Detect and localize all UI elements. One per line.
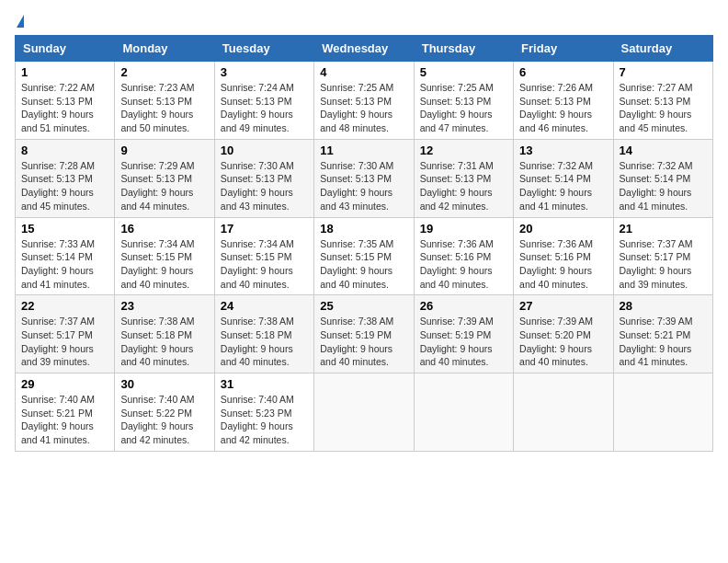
day-detail: Sunrise: 7:40 AMSunset: 5:22 PMDaylight:…: [120, 393, 208, 447]
calendar-week-row: 1Sunrise: 7:22 AMSunset: 5:13 PMDaylight…: [16, 62, 713, 140]
calendar-cell: [514, 373, 613, 452]
day-detail: Sunrise: 7:22 AMSunset: 5:13 PMDaylight:…: [21, 81, 108, 135]
calendar-cell: 3Sunrise: 7:24 AMSunset: 5:13 PMDaylight…: [214, 62, 313, 140]
day-detail: Sunrise: 7:38 AMSunset: 5:19 PMDaylight:…: [320, 315, 407, 369]
calendar-cell: 28Sunrise: 7:39 AMSunset: 5:21 PMDayligh…: [613, 295, 712, 373]
day-detail: Sunrise: 7:30 AMSunset: 5:13 PMDaylight:…: [320, 159, 407, 213]
day-detail: Sunrise: 7:23 AMSunset: 5:13 PMDaylight:…: [120, 81, 208, 135]
day-detail: Sunrise: 7:30 AMSunset: 5:13 PMDaylight:…: [221, 159, 308, 213]
day-number: 31: [221, 377, 308, 391]
header-friday: Friday: [514, 36, 613, 62]
calendar-week-row: 8Sunrise: 7:28 AMSunset: 5:13 PMDaylight…: [16, 139, 713, 217]
calendar-week-row: 29Sunrise: 7:40 AMSunset: 5:21 PMDayligh…: [16, 373, 713, 452]
calendar-cell: [314, 373, 414, 452]
day-number: 29: [21, 377, 108, 391]
calendar-cell: 25Sunrise: 7:38 AMSunset: 5:19 PMDayligh…: [314, 295, 414, 373]
day-number: 16: [120, 222, 208, 236]
day-detail: Sunrise: 7:38 AMSunset: 5:18 PMDaylight:…: [221, 315, 308, 369]
calendar-cell: 4Sunrise: 7:25 AMSunset: 5:13 PMDaylight…: [314, 62, 414, 140]
calendar-week-row: 22Sunrise: 7:37 AMSunset: 5:17 PMDayligh…: [16, 295, 713, 373]
day-number: 3: [221, 65, 308, 79]
day-number: 17: [221, 222, 308, 236]
calendar-cell: 27Sunrise: 7:39 AMSunset: 5:20 PMDayligh…: [514, 295, 613, 373]
day-detail: Sunrise: 7:34 AMSunset: 5:15 PMDaylight:…: [120, 237, 208, 292]
header-wednesday: Wednesday: [314, 36, 414, 62]
day-number: 27: [519, 299, 607, 313]
calendar-cell: 30Sunrise: 7:40 AMSunset: 5:22 PMDayligh…: [115, 373, 214, 452]
calendar-cell: 23Sunrise: 7:38 AMSunset: 5:18 PMDayligh…: [115, 295, 214, 373]
day-detail: Sunrise: 7:26 AMSunset: 5:13 PMDaylight:…: [519, 81, 607, 135]
calendar-cell: 9Sunrise: 7:29 AMSunset: 5:13 PMDaylight…: [115, 139, 214, 217]
logo-icon: [17, 15, 24, 28]
day-number: 10: [221, 144, 308, 157]
day-number: 23: [120, 299, 208, 313]
calendar-cell: 31Sunrise: 7:40 AMSunset: 5:23 PMDayligh…: [214, 373, 313, 452]
day-detail: Sunrise: 7:28 AMSunset: 5:13 PMDaylight:…: [21, 159, 108, 213]
day-detail: Sunrise: 7:29 AMSunset: 5:13 PMDaylight:…: [120, 159, 208, 213]
calendar-cell: 22Sunrise: 7:37 AMSunset: 5:17 PMDayligh…: [16, 295, 115, 373]
calendar-cell: 14Sunrise: 7:32 AMSunset: 5:14 PMDayligh…: [613, 139, 712, 217]
logo: [15, 15, 24, 28]
day-detail: Sunrise: 7:31 AMSunset: 5:13 PMDaylight:…: [420, 159, 507, 213]
header-thursday: Thursday: [414, 36, 513, 62]
calendar-cell: 8Sunrise: 7:28 AMSunset: 5:13 PMDaylight…: [16, 139, 115, 217]
calendar-cell: 21Sunrise: 7:37 AMSunset: 5:17 PMDayligh…: [613, 217, 712, 295]
day-number: 26: [420, 299, 507, 313]
day-number: 5: [420, 65, 507, 79]
header-sunday: Sunday: [16, 36, 115, 62]
calendar-cell: 29Sunrise: 7:40 AMSunset: 5:21 PMDayligh…: [16, 373, 115, 452]
calendar-cell: 6Sunrise: 7:26 AMSunset: 5:13 PMDaylight…: [514, 62, 613, 140]
day-number: 25: [320, 299, 407, 313]
calendar-cell: 1Sunrise: 7:22 AMSunset: 5:13 PMDaylight…: [16, 62, 115, 140]
calendar-table: SundayMondayTuesdayWednesdayThursdayFrid…: [15, 35, 713, 452]
day-detail: Sunrise: 7:35 AMSunset: 5:15 PMDaylight:…: [320, 237, 407, 292]
day-detail: Sunrise: 7:37 AMSunset: 5:17 PMDaylight:…: [620, 237, 707, 292]
day-detail: Sunrise: 7:32 AMSunset: 5:14 PMDaylight:…: [620, 159, 707, 213]
day-detail: Sunrise: 7:25 AMSunset: 5:13 PMDaylight:…: [320, 81, 407, 135]
day-number: 13: [519, 144, 607, 157]
day-number: 19: [420, 222, 507, 236]
day-number: 15: [21, 222, 108, 236]
day-number: 28: [620, 299, 707, 313]
calendar-cell: 26Sunrise: 7:39 AMSunset: 5:19 PMDayligh…: [414, 295, 513, 373]
day-detail: Sunrise: 7:37 AMSunset: 5:17 PMDaylight:…: [21, 315, 108, 369]
calendar-cell: 13Sunrise: 7:32 AMSunset: 5:14 PMDayligh…: [514, 139, 613, 217]
day-number: 8: [21, 144, 108, 157]
header-monday: Monday: [115, 36, 214, 62]
day-detail: Sunrise: 7:39 AMSunset: 5:21 PMDaylight:…: [620, 315, 707, 369]
day-number: 22: [21, 299, 108, 313]
day-number: 14: [620, 144, 707, 157]
day-number: 30: [120, 377, 208, 391]
day-number: 7: [620, 65, 707, 79]
calendar-cell: 18Sunrise: 7:35 AMSunset: 5:15 PMDayligh…: [314, 217, 414, 295]
day-number: 6: [519, 65, 607, 79]
calendar-cell: [414, 373, 513, 452]
calendar-cell: 24Sunrise: 7:38 AMSunset: 5:18 PMDayligh…: [214, 295, 313, 373]
day-number: 9: [120, 144, 208, 157]
calendar-cell: 11Sunrise: 7:30 AMSunset: 5:13 PMDayligh…: [314, 139, 414, 217]
page-header: [15, 15, 713, 28]
day-detail: Sunrise: 7:38 AMSunset: 5:18 PMDaylight:…: [120, 315, 208, 369]
day-number: 18: [320, 222, 407, 236]
calendar-header-row: SundayMondayTuesdayWednesdayThursdayFrid…: [16, 36, 713, 62]
day-number: 11: [320, 144, 407, 157]
day-detail: Sunrise: 7:27 AMSunset: 5:13 PMDaylight:…: [620, 81, 707, 135]
day-detail: Sunrise: 7:36 AMSunset: 5:16 PMDaylight:…: [420, 237, 507, 292]
calendar-cell: 15Sunrise: 7:33 AMSunset: 5:14 PMDayligh…: [16, 217, 115, 295]
day-detail: Sunrise: 7:36 AMSunset: 5:16 PMDaylight:…: [519, 237, 607, 292]
day-detail: Sunrise: 7:40 AMSunset: 5:23 PMDaylight:…: [221, 393, 308, 447]
day-number: 1: [21, 65, 108, 79]
day-number: 2: [120, 65, 208, 79]
calendar-cell: 17Sunrise: 7:34 AMSunset: 5:15 PMDayligh…: [214, 217, 313, 295]
day-number: 4: [320, 65, 407, 79]
calendar-cell: 5Sunrise: 7:25 AMSunset: 5:13 PMDaylight…: [414, 62, 513, 140]
day-detail: Sunrise: 7:34 AMSunset: 5:15 PMDaylight:…: [221, 237, 308, 292]
calendar-cell: 16Sunrise: 7:34 AMSunset: 5:15 PMDayligh…: [115, 217, 214, 295]
day-number: 20: [519, 222, 607, 236]
header-tuesday: Tuesday: [214, 36, 313, 62]
day-detail: Sunrise: 7:33 AMSunset: 5:14 PMDaylight:…: [21, 237, 108, 292]
day-detail: Sunrise: 7:25 AMSunset: 5:13 PMDaylight:…: [420, 81, 507, 135]
day-number: 24: [221, 299, 308, 313]
calendar-cell: 12Sunrise: 7:31 AMSunset: 5:13 PMDayligh…: [414, 139, 513, 217]
day-number: 21: [620, 222, 707, 236]
